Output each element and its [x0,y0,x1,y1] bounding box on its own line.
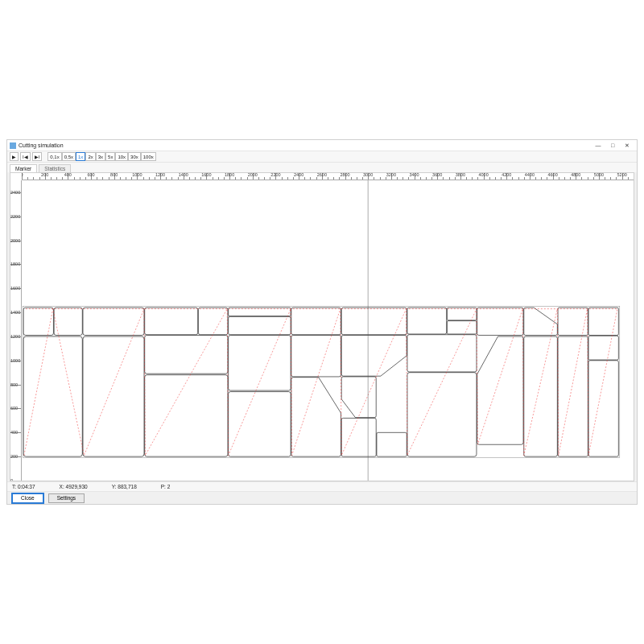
status-p: P: 2 [161,484,171,489]
step-back-button[interactable]: I◀ [20,152,31,161]
speed-5x[interactable]: 5x [105,152,115,161]
title-bar: Cutting simulation — □ ✕ [7,140,637,151]
app-window: Cutting simulation — □ ✕ ▶ I◀ ▶I 0,1x0,5… [6,139,638,505]
close-button[interactable]: Close [12,493,43,503]
speed-0_5x[interactable]: 0,5x [62,152,76,161]
speed-100x[interactable]: 100x [141,152,156,161]
dialog-buttons: Close Settings [7,491,637,504]
play-button[interactable]: ▶ [10,152,19,161]
window-title: Cutting simulation [19,142,591,148]
tab-statistics[interactable]: Statistics [39,164,71,172]
status-y: Y: 883,718 [112,484,137,489]
speed-1x[interactable]: 1x [76,152,85,161]
cutting-canvas[interactable] [22,180,634,481]
app-icon [10,142,16,149]
svg-rect-0 [23,307,619,458]
minimize-button[interactable]: — [591,142,605,148]
horizontal-ruler: 0200400600800100012001400160018002000220… [22,173,634,180]
close-window-button[interactable]: ✕ [620,142,634,149]
speed-30x[interactable]: 30x [128,152,141,161]
maximize-button[interactable]: □ [605,142,620,148]
status-x: X: 4929,930 [60,484,88,489]
step-forward-button[interactable]: ▶I [32,152,43,161]
settings-button[interactable]: Settings [48,493,85,503]
tab-marker[interactable]: Marker [10,164,37,172]
marker-view: 0200400600800100012001400160018002000220… [10,172,634,481]
status-time: T: 0:04:37 [12,484,35,489]
speed-2x[interactable]: 2x [85,152,95,161]
vertical-ruler: 0200400600800100012001400160018002000220… [10,180,22,481]
status-bar: T: 0:04:37 X: 4929,930 Y: 883,718 P: 2 [7,481,637,491]
playback-toolbar: ▶ I◀ ▶I 0,1x0,5x1x2x3x5x10x30x100x [7,151,637,163]
speed-10x[interactable]: 10x [115,152,128,161]
speed-buttons: 0,1x0,5x1x2x3x5x10x30x100x [47,152,155,161]
speed-3x[interactable]: 3x [96,152,105,161]
tab-bar: Marker Statistics [7,163,637,172]
speed-0_1x[interactable]: 0,1x [47,152,61,161]
